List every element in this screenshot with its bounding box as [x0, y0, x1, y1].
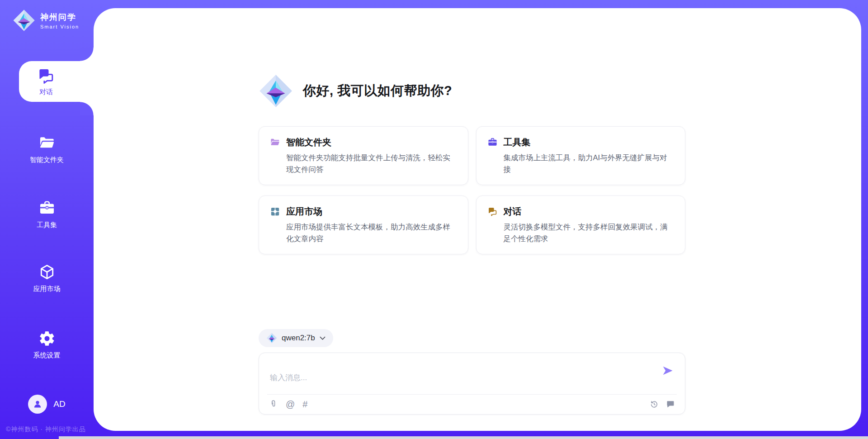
- toolbox-icon: [38, 200, 56, 217]
- brand-logo-icon: [13, 9, 35, 32]
- copyright-text: ©神州数码 · 神州问学出品: [6, 425, 86, 434]
- folder-icon: [270, 137, 280, 148]
- tab-fillet-top: [80, 48, 94, 61]
- history-icon: [650, 400, 659, 409]
- send-button[interactable]: [661, 365, 674, 377]
- card-description: 集成市场上主流工具，助力AI与外界无缝扩展与对接: [504, 152, 675, 175]
- greeting: 你好, 我可以如何帮助你?: [259, 74, 685, 108]
- model-logo-icon: [266, 333, 277, 344]
- greeting-logo-icon: [259, 74, 293, 108]
- paperclip-icon: [269, 400, 278, 409]
- card-title: 对话: [504, 205, 522, 218]
- history-button[interactable]: [650, 400, 659, 409]
- card-app-market[interactable]: 应用市场 应用市场提供丰富长文本模板，助力高效生成多样化文章内容: [259, 196, 468, 254]
- sidebar: 神州问学 Smart Vision 对话 智能文件夹 工具集: [0, 0, 94, 439]
- comment-icon: [666, 400, 675, 409]
- card-description: 智能文件夹功能支持批量文件上传与清洗，轻松实现文件问答: [286, 152, 457, 175]
- card-description: 灵活切换多模型文件，支持多样回复效果调试，满足个性化需求: [504, 221, 675, 244]
- card-smart-folder[interactable]: 智能文件夹 智能文件夹功能支持批量文件上传与清洗，轻松实现文件问答: [259, 126, 468, 185]
- gear-icon: [38, 330, 56, 347]
- hashtag-icon: #: [302, 400, 307, 409]
- cube-icon: [38, 263, 56, 281]
- chevron-down-icon: [320, 336, 326, 340]
- sidebar-item-app-market[interactable]: 应用市场: [0, 263, 94, 293]
- card-chat[interactable]: 对话 灵活切换多模型文件，支持多样回复效果调试，满足个性化需求: [476, 196, 686, 254]
- model-name: qwen2:7b: [282, 334, 315, 343]
- sidebar-item-label: 应用市场: [33, 285, 61, 293]
- feature-cards: 智能文件夹 智能文件夹功能支持批量文件上传与清洗，轻松实现文件问答 工具集 集成…: [259, 126, 685, 254]
- mention-icon: @: [286, 400, 295, 409]
- attach-file-button[interactable]: [269, 400, 278, 409]
- sidebar-item-label: 工具集: [37, 221, 57, 229]
- card-title: 工具集: [504, 136, 531, 148]
- horizontal-scrollbar[interactable]: [59, 436, 868, 439]
- user-profile[interactable]: AD: [0, 395, 94, 414]
- avatar: [28, 395, 47, 414]
- sidebar-item-label: 对话: [39, 88, 53, 96]
- message-input[interactable]: [259, 353, 685, 393]
- greeting-title: 你好, 我可以如何帮助你?: [303, 82, 452, 100]
- sidebar-item-chat[interactable]: 对话: [19, 61, 98, 102]
- main-panel: 你好, 我可以如何帮助你? 智能文件夹 智能文件夹功能支持批量文件上传与清洗，轻…: [94, 8, 861, 431]
- folder-icon: [38, 134, 56, 152]
- tab-fillet-bottom: [80, 102, 94, 115]
- toolbox-icon: [487, 137, 498, 148]
- composer: @ #: [259, 353, 685, 415]
- user-initials: AD: [53, 399, 65, 409]
- sidebar-item-toolbox[interactable]: 工具集: [0, 200, 94, 229]
- grid-icon: [270, 206, 280, 217]
- composer-toolbar: @ #: [259, 394, 685, 414]
- chat-icon: [37, 67, 55, 85]
- sidebar-item-smart-folder[interactable]: 智能文件夹: [0, 134, 94, 164]
- chat-icon: [487, 206, 498, 217]
- sidebar-item-label: 系统设置: [33, 351, 61, 360]
- person-icon: [32, 399, 43, 410]
- brand-subtitle: Smart Vision: [40, 24, 79, 29]
- card-title: 应用市场: [286, 205, 322, 218]
- card-toolbox[interactable]: 工具集 集成市场上主流工具，助力AI与外界无缝扩展与对接: [476, 126, 686, 185]
- model-selector[interactable]: qwen2:7b: [259, 329, 333, 347]
- send-icon: [662, 365, 674, 377]
- brand-logo: 神州问学 Smart Vision: [13, 9, 79, 32]
- sidebar-item-settings[interactable]: 系统设置: [0, 330, 94, 360]
- card-title: 智能文件夹: [286, 136, 331, 148]
- card-description: 应用市场提供丰富长文本模板，助力高效生成多样化文章内容: [286, 221, 457, 244]
- sidebar-item-label: 智能文件夹: [30, 156, 64, 164]
- comment-button[interactable]: [666, 400, 675, 409]
- brand-name: 神州问学: [40, 12, 79, 23]
- hashtag-button[interactable]: #: [302, 400, 307, 409]
- mention-button[interactable]: @: [286, 400, 295, 409]
